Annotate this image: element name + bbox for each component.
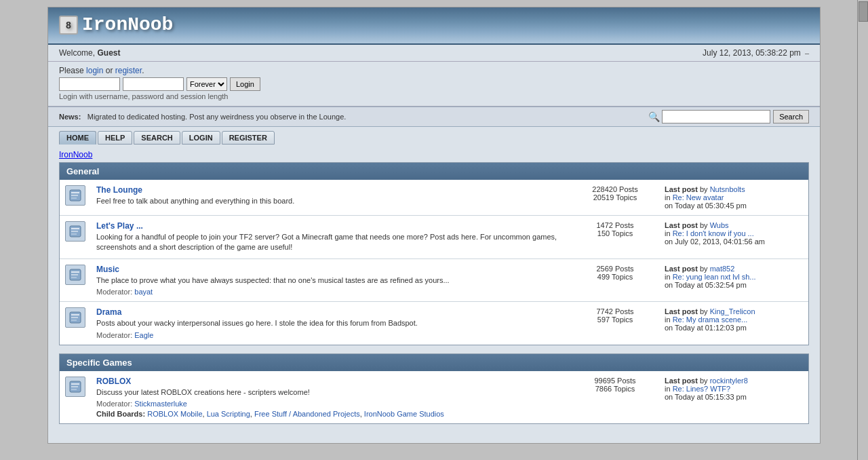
category-specific-games-header: Specific Games xyxy=(60,354,808,371)
board-icon xyxy=(65,221,85,242)
search-input[interactable] xyxy=(662,110,770,123)
forum-content: General The Lounge Feel free to talk abo… xyxy=(48,162,820,443)
lastpost-lounge: Last post by Nutsnbolts in Re: New avata… xyxy=(659,180,808,216)
forum-name-lounge[interactable]: The Lounge xyxy=(96,185,142,195)
stats-letsplay: 1472 Posts 150 Topics xyxy=(571,216,659,259)
minimize-button[interactable]: – xyxy=(805,49,809,57)
table-row: Let's Play ... Looking for a handful of … xyxy=(60,216,808,259)
moderator-link-roblox[interactable]: Stickmasterluke xyxy=(134,400,187,408)
child-board-roblox-mobile[interactable]: ROBLOX Mobile xyxy=(147,410,202,418)
table-row: ROBLOX Discuss your latest ROBLOX creati… xyxy=(60,371,808,423)
lastpost-thread-drama[interactable]: Re: My drama scene... xyxy=(673,315,748,324)
stats-music: 2569 Posts 499 Topics xyxy=(571,258,659,301)
moderator-drama: Moderator: Eagle xyxy=(96,331,566,339)
table-row: Drama Posts about your wacky interperson… xyxy=(60,302,808,345)
forum-info-drama: Drama Posts about your wacky interperson… xyxy=(91,302,571,345)
login-form: Forever Login xyxy=(59,77,809,91)
search-magnifier-icon: 🔍 xyxy=(648,111,659,122)
moderator-link-drama[interactable]: Eagle xyxy=(134,331,153,339)
stats-drama: 7742 Posts 597 Topics xyxy=(571,302,659,345)
nav-tab-home[interactable]: HOME xyxy=(59,131,96,145)
username: Guest xyxy=(97,48,120,58)
lastpost-user-letsplay[interactable]: Wubs xyxy=(710,221,729,229)
svg-rect-5 xyxy=(71,228,79,229)
lastpost-user-lounge[interactable]: Nutsnbolts xyxy=(710,185,745,193)
breadcrumb-link[interactable]: IronNoob xyxy=(59,150,92,159)
forum-table-general: The Lounge Feel free to talk about anyth… xyxy=(60,180,808,345)
session-note: Login with username, password and sessio… xyxy=(59,92,809,100)
nav-tab-register[interactable]: REGISTER xyxy=(222,131,275,145)
svg-rect-7 xyxy=(71,233,77,235)
icon-cell xyxy=(60,258,91,301)
datetime: July 12, 2013, 05:38:22 pm xyxy=(703,48,801,58)
svg-rect-15 xyxy=(71,320,77,321)
lastpost-thread-roblox[interactable]: Re: Lines? WTF? xyxy=(673,385,731,393)
password-input[interactable] xyxy=(123,77,184,91)
news-text: Migrated to dedicated hosting. Post any … xyxy=(87,113,347,121)
nav-bar: HOME HELP SEARCH LOGIN REGISTER xyxy=(48,127,820,147)
category-general: General The Lounge Feel free to talk abo… xyxy=(59,162,809,345)
child-board-lua-scripting[interactable]: Lua Scripting xyxy=(207,410,250,418)
lastpost-user-drama[interactable]: King_Trelicon xyxy=(710,307,755,315)
lastpost-user-music[interactable]: mat852 xyxy=(710,265,735,273)
site-title: 8 IronNoob xyxy=(59,14,809,35)
lastpost-thread-music[interactable]: Re: yung lean nxt lvl sh... xyxy=(673,273,756,281)
svg-rect-18 xyxy=(71,386,78,387)
forum-name-music[interactable]: Music xyxy=(96,265,119,274)
table-row: Music The place to prove what you have a… xyxy=(60,258,808,301)
forum-desc-music: The place to prove what you have always … xyxy=(96,275,566,286)
register-link[interactable]: register xyxy=(115,66,142,75)
search-button[interactable]: Search xyxy=(773,110,809,123)
welcome-bar: Welcome, Guest July 12, 2013, 05:38:22 p… xyxy=(48,45,820,62)
child-board-ironnoob-game-studios[interactable]: IronNoob Game Studios xyxy=(364,410,444,418)
svg-rect-19 xyxy=(71,389,77,390)
icon-cell xyxy=(60,216,91,259)
forum-desc-roblox: Discuss your latest ROBLOX creations her… xyxy=(96,387,566,398)
moderator-roblox: Moderator: Stickmasterluke xyxy=(96,400,566,408)
svg-rect-14 xyxy=(71,317,78,318)
forum-info-letsplay: Let's Play ... Looking for a handful of … xyxy=(91,216,571,259)
nav-tabs: HOME HELP SEARCH LOGIN REGISTER xyxy=(59,131,809,145)
forum-info-music: Music The place to prove what you have a… xyxy=(91,258,571,301)
icon-cell xyxy=(60,371,91,423)
forum-table-specific-games: ROBLOX Discuss your latest ROBLOX creati… xyxy=(60,371,808,423)
nav-tab-help[interactable]: HELP xyxy=(98,131,132,145)
lastpost-thread-letsplay[interactable]: Re: I don't know if you ... xyxy=(673,229,754,237)
table-row: The Lounge Feel free to talk about anyth… xyxy=(60,180,808,216)
forum-name-letsplay[interactable]: Let's Play ... xyxy=(96,221,143,231)
or-text: or xyxy=(106,66,115,75)
nav-tab-login[interactable]: LOGIN xyxy=(182,131,220,145)
lastpost-thread-lounge[interactable]: Re: New avatar xyxy=(673,193,724,202)
site-header: 8 IronNoob xyxy=(48,7,820,45)
forum-info-lounge: The Lounge Feel free to talk about anyth… xyxy=(91,180,571,216)
moderator-link-music[interactable]: bayat xyxy=(134,288,153,296)
forum-desc-drama: Posts about your wacky interpersonal iss… xyxy=(96,318,566,328)
scrollbar[interactable] xyxy=(857,0,868,451)
session-select[interactable]: Forever xyxy=(186,77,227,91)
login-button[interactable]: Login xyxy=(230,77,260,91)
category-specific-games: Specific Games ROBLOX Discuss your lates… xyxy=(59,353,809,424)
board-icon xyxy=(65,377,85,397)
svg-rect-11 xyxy=(71,277,77,278)
login-link[interactable]: login xyxy=(86,66,103,75)
lastpost-letsplay: Last post by Wubs in Re: I don't know if… xyxy=(659,216,808,259)
stats-roblox: 99695 Posts 7866 Topics xyxy=(571,371,659,423)
forum-name-roblox[interactable]: ROBLOX xyxy=(96,377,131,386)
board-icon xyxy=(65,265,85,285)
child-board-free-stuff[interactable]: Free Stuff / Abandoned Projects xyxy=(254,410,360,418)
svg-rect-3 xyxy=(71,197,77,199)
svg-rect-13 xyxy=(71,314,79,315)
welcome-text: Welcome, Guest xyxy=(59,48,121,58)
moderator-music: Moderator: bayat xyxy=(96,288,566,296)
forum-name-drama[interactable]: Drama xyxy=(96,307,121,317)
username-input[interactable] xyxy=(59,77,120,91)
svg-rect-17 xyxy=(71,383,79,385)
svg-rect-1 xyxy=(71,192,79,193)
scrollbar-thumb[interactable] xyxy=(859,1,868,22)
lastpost-user-roblox[interactable]: rockintyler8 xyxy=(710,377,748,385)
logo-icon: 8 xyxy=(59,16,78,35)
search-area: 🔍 Search xyxy=(648,110,809,123)
lastpost-roblox: Last post by rockintyler8 in Re: Lines? … xyxy=(659,371,808,423)
nav-tab-search[interactable]: SEARCH xyxy=(134,131,180,145)
category-general-header: General xyxy=(60,163,808,180)
